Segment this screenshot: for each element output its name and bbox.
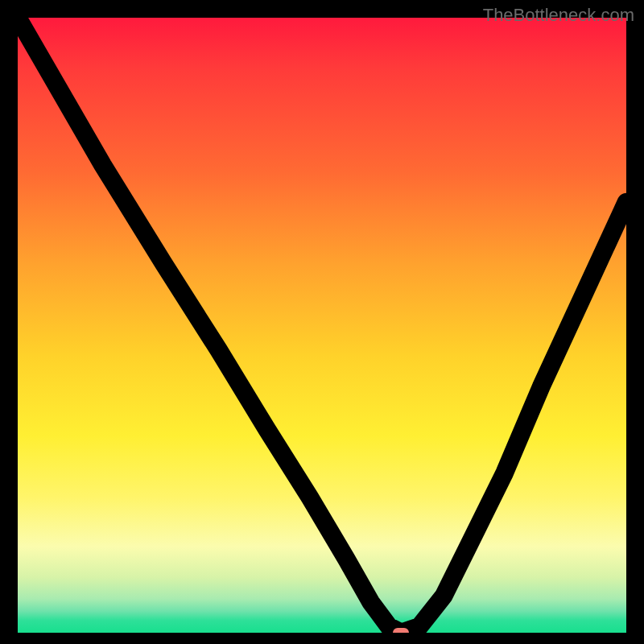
bottleneck-curve — [18, 18, 626, 633]
watermark-text: TheBottleneck.com — [483, 5, 634, 26]
chart-frame: TheBottleneck.com — [0, 0, 644, 644]
bottleneck-curve-path — [18, 18, 626, 633]
plot-area — [18, 18, 626, 633]
